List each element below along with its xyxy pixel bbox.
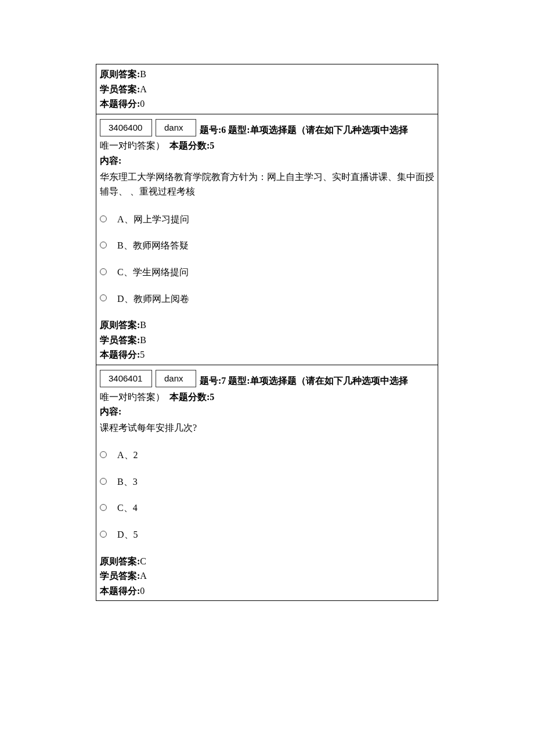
radio-icon[interactable]: [100, 478, 107, 485]
score-value: 5: [140, 350, 145, 359]
question-type-box: danx: [156, 119, 196, 136]
radio-icon[interactable]: [100, 504, 107, 511]
correct-answer-line: 原则答案:B: [100, 67, 434, 82]
score-label: 本题得分:: [100, 350, 140, 359]
correct-answer-line: 原则答案:C: [100, 554, 434, 569]
question-block-prev: 原则答案:B 学员答案:A 本题得分:0: [96, 64, 438, 114]
student-answer-line: 学员答案:B: [100, 333, 434, 348]
correct-answer-label: 原则答案:: [100, 320, 140, 330]
question-header-line1: 题号:7 题型:单项选择题（请在如下几种选项中选择: [200, 370, 434, 388]
options-wrap: A、2 B、3 C、4 D、5: [100, 447, 434, 542]
score-line: 本题得分:0: [100, 584, 434, 599]
score-line: 本题得分:0: [100, 96, 434, 111]
question-header-line1: 题号:6 题型:单项选择题（请在如下几种选项中选择: [200, 119, 434, 138]
question-block-6: 3406400 danx 题号:6 题型:单项选择题（请在如下几种选项中选择 唯…: [96, 114, 438, 365]
option-row-c[interactable]: C、学生网络提问: [100, 264, 434, 280]
student-answer-line: 学员答案:A: [100, 568, 434, 584]
question-meta-row: 3406401 danx 题号:7 题型:单项选择题（请在如下几种选项中选择: [100, 370, 434, 388]
score-label: 本题得分:: [100, 99, 140, 109]
score-line: 本题得分:5: [100, 347, 434, 362]
correct-answer-value: C: [140, 556, 146, 566]
student-answer-label: 学员答案:: [100, 571, 140, 581]
student-answer-line: 学员答案:A: [100, 82, 434, 97]
content-label: 内容:: [100, 404, 434, 419]
content-label: 内容:: [100, 153, 434, 168]
student-answer-value: B: [140, 335, 146, 345]
radio-icon[interactable]: [100, 294, 107, 301]
radio-icon[interactable]: [100, 268, 107, 275]
score-label: 本题得分:: [100, 586, 140, 596]
question-score-label: 本题分数:5: [169, 392, 214, 402]
option-row-c[interactable]: C、4: [100, 499, 434, 516]
student-answer-value: A: [140, 571, 147, 581]
question-header-continuation: 唯一对旳答案） 本题分数:5: [100, 138, 434, 153]
question-meta-row: 3406400 danx 题号:6 题型:单项选择题（请在如下几种选项中选择: [100, 119, 434, 138]
question-score-label: 本题分数:5: [169, 141, 214, 150]
content-text: 华东理工大学网络教育学院教育方针为：网上自主学习、实时直播讲课、集中面授辅导、 …: [100, 170, 434, 199]
question-id-box: 3406400: [100, 119, 152, 136]
score-value: 0: [140, 586, 145, 596]
option-row-a[interactable]: A、网上学习提问: [100, 211, 434, 227]
student-answer-label: 学员答案:: [100, 335, 140, 345]
option-label: B、教师网络答疑: [117, 237, 189, 253]
correct-answer-value: B: [140, 320, 146, 330]
correct-answer-label: 原则答案:: [100, 556, 140, 566]
question-id-box: 3406401: [100, 370, 152, 387]
radio-icon[interactable]: [100, 451, 107, 458]
option-label: C、学生网络提问: [117, 264, 189, 280]
option-row-a[interactable]: A、2: [100, 447, 434, 463]
score-value: 0: [140, 99, 145, 109]
option-label: A、网上学习提问: [117, 211, 189, 227]
content-text: 课程考试每年安排几次?: [100, 420, 434, 435]
question-block-7: 3406401 danx 题号:7 题型:单项选择题（请在如下几种选项中选择 唯…: [96, 365, 438, 602]
radio-icon[interactable]: [100, 242, 107, 249]
question-header-line2: 唯一对旳答案）: [100, 392, 165, 402]
option-row-b[interactable]: B、教师网络答疑: [100, 237, 434, 253]
radio-icon[interactable]: [100, 215, 107, 222]
option-row-d[interactable]: D、教师网上阅卷: [100, 290, 434, 307]
question-header-continuation: 唯一对旳答案） 本题分数:5: [100, 390, 434, 405]
student-answer-label: 学员答案:: [100, 84, 140, 94]
student-answer-value: A: [140, 84, 147, 94]
option-label: A、2: [117, 447, 138, 463]
options-wrap: A、网上学习提问 B、教师网络答疑 C、学生网络提问 D、教师网上阅卷: [100, 211, 434, 306]
question-header-line2: 唯一对旳答案）: [100, 141, 165, 150]
option-row-d[interactable]: D、5: [100, 526, 434, 542]
option-label: D、5: [117, 526, 138, 542]
correct-answer-label: 原则答案:: [100, 69, 140, 79]
option-label: D、教师网上阅卷: [117, 290, 189, 307]
option-label: C、4: [117, 499, 138, 516]
option-row-b[interactable]: B、3: [100, 473, 434, 489]
correct-answer-line: 原则答案:B: [100, 318, 434, 333]
radio-icon[interactable]: [100, 531, 107, 538]
option-label: B、3: [117, 473, 138, 489]
correct-answer-value: B: [140, 69, 146, 79]
question-type-box: danx: [156, 370, 196, 387]
